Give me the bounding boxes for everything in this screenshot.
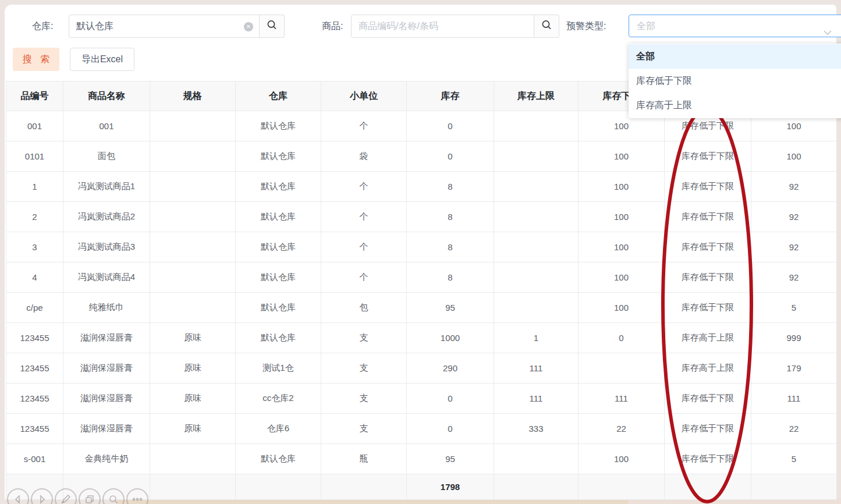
table-cell: 支 (321, 353, 407, 384)
table-cell: 100 (751, 141, 837, 172)
alert-type-select-value: 全部 (637, 21, 655, 31)
windows-icon[interactable] (79, 488, 101, 504)
table-cell: 原味 (150, 353, 236, 384)
table-cell: 默认仓库 (236, 111, 321, 141)
table-row: 123455滋润保湿唇膏原味cc仓库2支0111111库存低于下限111 (6, 384, 837, 414)
table-row: 3冯岚测试商品3默认仓库个8100库存低于下限92 (6, 232, 837, 262)
table-row: c/pe纯雅纸巾默认仓库包95100库存低于下限5 (6, 293, 837, 323)
table-cell: 原味 (150, 414, 236, 444)
dropdown-option[interactable]: 库存低于下限 (629, 69, 841, 93)
app-window: 仓库: 默认仓库 ✕ 商品: 商品编码/名称/条码 预警类型: 全部 全部 (0, 0, 841, 504)
column-header: 库存 (407, 81, 494, 111)
table-cell (494, 172, 579, 202)
table-cell: 100 (579, 232, 665, 262)
export-excel-button[interactable]: 导出Excel (70, 48, 134, 71)
table-cell: 原味 (150, 384, 236, 414)
table-cell: 库存低于下限 (665, 172, 751, 202)
table-cell (150, 111, 236, 141)
table-footer-cell (321, 474, 407, 500)
table-row: 2冯岚测试商品2默认仓库个8100库存低于下限92 (6, 202, 837, 232)
inventory-alert-table: 品编号商品名称规格仓库小单位库存库存上限库存下限 001001默认仓库个0100… (6, 81, 836, 500)
column-header: 仓库 (236, 81, 321, 111)
table-cell: 1 (6, 172, 63, 202)
more-icon[interactable] (126, 488, 148, 504)
table-cell (494, 444, 579, 474)
table-cell: 001 (6, 111, 63, 141)
table-cell: 111 (494, 353, 579, 384)
table-cell (494, 111, 579, 141)
table-cell: 默认仓库 (236, 202, 321, 232)
table-footer-cell: 1798 (407, 474, 494, 500)
table-cell (150, 202, 236, 232)
table-cell: s-001 (6, 444, 63, 474)
table-cell: 1000 (407, 323, 494, 353)
table-cell: 纯雅纸巾 (63, 293, 150, 323)
table-cell: 库存高于上限 (665, 323, 751, 353)
alert-type-dropdown: 全部库存低于下限库存高于上限 (629, 44, 841, 118)
alert-type-select[interactable]: 全部 (629, 15, 841, 37)
table-cell: 冯岚测试商品3 (63, 232, 150, 262)
nav-back-icon[interactable] (7, 488, 29, 504)
table-cell: 库存低于下限 (665, 262, 751, 293)
table-cell: 0 (579, 323, 665, 353)
column-header: 库存上限 (494, 81, 579, 111)
main-panel: 仓库: 默认仓库 ✕ 商品: 商品编码/名称/条码 预警类型: 全部 全部 (5, 5, 836, 499)
table-cell: 0 (407, 111, 494, 141)
column-header: 品编号 (6, 81, 63, 111)
table-cell (150, 262, 236, 293)
table-cell: 100 (579, 293, 665, 323)
table-cell: 92 (751, 172, 837, 202)
table-cell (150, 444, 236, 474)
table-cell: 冯岚测试商品4 (63, 262, 150, 293)
table-cell: 库存低于下限 (665, 202, 751, 232)
alert-type-label: 预警类型: (566, 15, 606, 38)
table-cell (579, 353, 665, 384)
table-cell: 默认仓库 (236, 172, 321, 202)
magnifier-icon[interactable] (102, 488, 125, 504)
table-cell: 333 (494, 414, 579, 444)
table-cell: 100 (579, 202, 665, 232)
table-cell: 5 (751, 444, 837, 474)
table-footer-cell (751, 474, 837, 500)
dropdown-option[interactable]: 库存高于上限 (629, 93, 841, 118)
table-cell: 金典纯牛奶 (63, 444, 150, 474)
table-cell: 22 (751, 414, 837, 444)
annotation-toolbar (7, 488, 148, 504)
table-cell: 111 (751, 384, 837, 414)
table-cell: cc仓库2 (236, 384, 321, 414)
table-cell: 100 (579, 262, 665, 293)
warehouse-input-value: 默认仓库 (76, 21, 113, 31)
table-cell: 100 (579, 141, 665, 172)
table-cell: 冯岚测试商品2 (63, 202, 150, 232)
table-cell (150, 141, 236, 172)
search-button[interactable]: 搜 索 (13, 48, 59, 71)
table-row: 0101面包默认仓库袋0100库存低于下限100 (6, 141, 837, 172)
table-footer-cell (236, 474, 321, 500)
warehouse-input[interactable]: 默认仓库 ✕ (69, 15, 260, 38)
nav-forward-icon[interactable] (31, 488, 53, 504)
table-cell: 95 (407, 293, 494, 323)
magnifier-icon (541, 19, 552, 33)
table-row: s-001金典纯牛奶默认仓库瓶95100库存低于下限5 (6, 444, 837, 474)
table-cell: 0 (407, 384, 494, 414)
table-cell: 支 (321, 323, 407, 353)
table-cell: 默认仓库 (236, 293, 321, 323)
table-cell: 0 (407, 414, 494, 444)
product-input[interactable]: 商品编码/名称/条码 (351, 15, 534, 38)
table-cell: 111 (579, 384, 665, 414)
dropdown-option[interactable]: 全部 (629, 44, 841, 69)
chevron-down-icon (823, 22, 832, 44)
pencil-icon[interactable] (55, 488, 77, 504)
table-cell: 包 (321, 293, 407, 323)
table-cell: 滋润保湿唇膏 (63, 353, 150, 384)
table-footer-cell (150, 474, 236, 500)
table-cell: 123455 (6, 414, 63, 444)
table-row: 4冯岚测试商品4默认仓库个8100库存低于下限92 (6, 262, 837, 293)
close-circle-icon[interactable]: ✕ (244, 22, 253, 31)
table-cell: 92 (751, 262, 837, 293)
product-search-button[interactable] (534, 15, 559, 38)
warehouse-search-button[interactable] (260, 15, 285, 38)
table-cell: 默认仓库 (236, 444, 321, 474)
table-cell: 个 (321, 202, 407, 232)
table-cell: 92 (751, 232, 837, 262)
